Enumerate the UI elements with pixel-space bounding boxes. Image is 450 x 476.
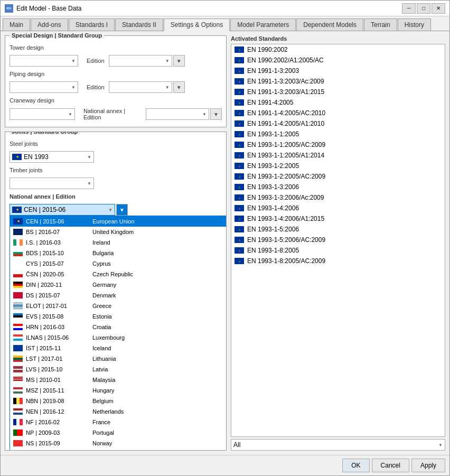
tab-model-params[interactable]: Model Parameters	[230, 18, 296, 31]
activated-standard-item[interactable]: EN 1991-1-3:2003/Ac:2009	[231, 76, 445, 87]
activated-standard-item[interactable]: EN 1991-1-4:2005/A1:2010	[231, 118, 445, 129]
activated-standard-item[interactable]: EN 1993-1-5:2006/AC:2009	[231, 235, 445, 245]
activated-standard-item[interactable]: EN 1991-1-3:2003	[231, 66, 445, 76]
activated-standard-item[interactable]: EN 1993-1-5:2006	[231, 224, 445, 235]
item-code: BDS | 2015-10	[26, 250, 89, 256]
activated-standard-item[interactable]: EN 1990:2002/A1:2005/AC	[231, 55, 445, 66]
dropdown-item[interactable]: BS | 2016-07United Kingdom	[10, 227, 227, 237]
tower-combo[interactable]: ▼	[10, 55, 78, 67]
tab-history[interactable]: History	[398, 18, 431, 31]
craneway-edition-combo[interactable]: ▼	[146, 108, 209, 120]
maximize-button[interactable]: □	[417, 3, 430, 14]
item-country: Greece	[92, 303, 111, 309]
dropdown-item[interactable]: DS | 2015-07Denmark	[10, 290, 227, 301]
dropdown-item[interactable]: NP | 2009-03Portugal	[10, 427, 227, 438]
dropdown-item[interactable]: CEN | 2015-06European Union	[10, 216, 227, 227]
apply-button[interactable]: Apply	[411, 459, 445, 472]
item-country: France	[92, 419, 110, 425]
activated-standards-list[interactable]: EN 1990:2002EN 1990:2002/A1:2005/ACEN 19…	[231, 44, 445, 437]
dropdown-item[interactable]: ÍST | 2015-11Iceland	[10, 343, 227, 353]
dropdown-item[interactable]: ILNAS | 2015-06Luxembourg	[10, 332, 227, 343]
piping-combo[interactable]: ▼	[10, 81, 78, 93]
item-code: EVS | 2015-08	[26, 313, 89, 320]
tab-standards1[interactable]: Standards I	[69, 18, 115, 31]
national-annex-filter-btn[interactable]: ▼	[116, 204, 128, 216]
item-country: Portugal	[92, 430, 114, 436]
timber-joints-combo[interactable]: ▼	[10, 178, 94, 189]
tower-edition-combo[interactable]: ▼	[109, 55, 172, 67]
dropdown-item[interactable]: ELOT | 2017-01Greece	[10, 301, 227, 311]
tab-main[interactable]: Main	[3, 18, 30, 31]
tower-combo-arrow: ▼	[71, 59, 76, 63]
ok-button[interactable]: OK	[342, 459, 369, 472]
tower-edition-group: ▼ ▼	[109, 55, 185, 67]
tower-filter-btn[interactable]: ▼	[173, 55, 185, 67]
piping-edition-combo[interactable]: ▼	[109, 81, 172, 93]
activated-standard-item[interactable]: EN 1993-1-1:2005/AC:2009	[231, 139, 445, 150]
tab-standards2[interactable]: Standards II	[115, 18, 163, 31]
dropdown-item[interactable]: BDS | 2015-10Bulgaria	[10, 248, 227, 258]
activated-standard-item[interactable]: EN 1993-1-1:2005	[231, 129, 445, 139]
tab-dependent[interactable]: Dependent Models	[296, 18, 363, 31]
joints-group: Joints | Standard Group Steel joints EN …	[5, 132, 227, 451]
activated-standard-item[interactable]: EN 1993-1-1:2005/A1:2014	[231, 150, 445, 161]
standard-text: EN 1993-1-2:2005/AC:2009	[247, 173, 325, 180]
activated-standard-item[interactable]: EN 1993-1-3:2006/Ac:2009	[231, 192, 445, 203]
dropdown-item[interactable]: HRN | 2016-03Croatia	[10, 322, 227, 332]
activated-standard-item[interactable]: EN 1993-1-4:2006	[231, 203, 445, 213]
standard-text: EN 1991-4:2005	[247, 99, 293, 106]
activated-standard-item[interactable]: EN 1991-1-3:2003/A1:2015	[231, 87, 445, 97]
national-annex-dropdown[interactable]: CEN | 2015-06 ▼	[10, 204, 115, 216]
activated-standard-item[interactable]: EN 1993-1-4:2006/A1:2015	[231, 213, 445, 224]
craneway-combo[interactable]: ▼	[10, 108, 75, 120]
activated-standard-item[interactable]: EN 1993-1-3:2006	[231, 182, 445, 192]
dropdown-item[interactable]: MSZ | 2015-11Hungary	[10, 385, 227, 396]
standard-text: EN 1993-1-5:2006/AC:2009	[247, 236, 325, 244]
cancel-button[interactable]: Cancel	[372, 459, 409, 472]
steel-joints-label: Steel joints	[10, 141, 222, 147]
standard-text: EN 1993-1-8:2005	[247, 247, 299, 254]
tab-settings[interactable]: Settings & Options	[164, 18, 230, 31]
item-flag	[13, 366, 23, 372]
activated-standard-item[interactable]: EN 1993-1-8:2005	[231, 245, 445, 256]
piping-filter-btn[interactable]: ▼	[173, 81, 185, 93]
dropdown-item[interactable]: LVS | 2015-10Latvia	[10, 364, 227, 375]
activated-standard-item[interactable]: EN 1991-4:2005	[231, 97, 445, 108]
dropdown-item[interactable]: I.S. | 2016-03Ireland	[10, 237, 227, 248]
dropdown-item[interactable]: EVS | 2015-08Estonia	[10, 311, 227, 322]
dropdown-item[interactable]: ÖNORM | 2015-12Austria	[10, 449, 227, 451]
tab-terrain[interactable]: Terrain	[364, 18, 397, 31]
right-panel: Activated Standards EN 1990:2002EN 1990:…	[231, 35, 445, 451]
dropdown-item[interactable]: DIN | 2020-11Germany	[10, 279, 227, 290]
activated-standard-item[interactable]: EN 1993-1-2:2005	[231, 161, 445, 171]
standard-eu-flag	[235, 194, 244, 201]
dropdown-container: CEN | 2015-06 ▼ ▼ CEN | 2015-06European …	[10, 204, 222, 216]
piping-edition-label: Edition	[87, 84, 105, 90]
standards-filter-combo[interactable]: All ▼	[231, 439, 445, 451]
activated-standard-item[interactable]: EN 1993-1-8:2005/AC:2009	[231, 256, 445, 266]
dropdown-item[interactable]: NBN | 2019-08Belgium	[10, 396, 227, 406]
close-button[interactable]: ✕	[432, 3, 445, 14]
dropdown-item[interactable]: MS | 2010-01Malaysia	[10, 375, 227, 385]
dropdown-item[interactable]: LST | 2017-01Lithuania	[10, 353, 227, 364]
standard-eu-flag	[235, 237, 244, 243]
dropdown-item[interactable]: NF | 2016-02France	[10, 417, 227, 427]
dropdown-item[interactable]: ČSN | 2020-05Czech Republic	[10, 269, 227, 279]
minimize-button[interactable]: ─	[402, 3, 416, 14]
tab-addons[interactable]: Add-ons	[31, 18, 68, 31]
steel-joints-combo[interactable]: EN 1993 ▼	[10, 151, 94, 163]
activated-standard-item[interactable]: EN 1990:2002	[231, 44, 445, 55]
standard-eu-flag	[235, 205, 244, 211]
steel-joints-value: EN 1993	[24, 153, 49, 161]
item-flag	[13, 377, 23, 383]
item-code: NBN | 2019-08	[26, 398, 89, 404]
craneway-row: Craneway design ▼ National annex | Editi…	[10, 97, 222, 120]
dropdown-item[interactable]: NS | 2015-09Norway	[10, 438, 227, 449]
dropdown-item[interactable]: CYS | 2015-07Cyprus	[10, 258, 227, 269]
dropdown-item[interactable]: NEN | 2016-12Netherlands	[10, 406, 227, 417]
craneway-filter-btn[interactable]: ▼	[210, 108, 222, 120]
standard-text: EN 1991-1-4:2005/A1:2010	[247, 120, 324, 127]
item-flag	[13, 260, 23, 267]
activated-standard-item[interactable]: EN 1991-1-4:2005/AC:2010	[231, 108, 445, 118]
activated-standard-item[interactable]: EN 1993-1-2:2005/AC:2009	[231, 171, 445, 182]
